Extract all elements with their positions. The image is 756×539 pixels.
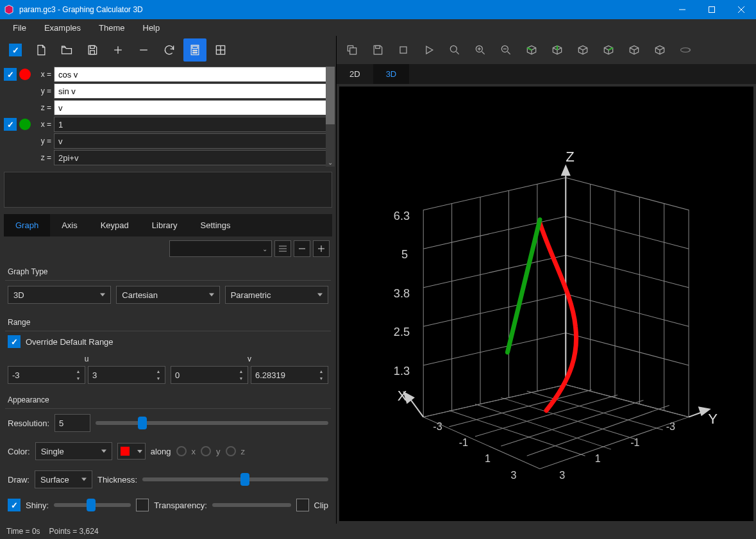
equation-color-dot[interactable] — [19, 69, 31, 80]
equation-color-dot[interactable] — [19, 119, 31, 130]
refresh-button[interactable] — [158, 38, 181, 62]
along-x-radio[interactable] — [176, 446, 187, 456]
panel-header: Graph Type — [5, 263, 331, 281]
clip-checkbox[interactable] — [296, 499, 309, 511]
v-max-input[interactable]: 6.28319▲▼ — [251, 366, 328, 384]
svg-line-73 — [501, 397, 637, 440]
equation-input-y[interactable] — [54, 83, 332, 99]
tab-2d[interactable]: 2D — [337, 64, 373, 84]
minimize-button[interactable] — [668, 0, 697, 19]
svg-line-36 — [508, 52, 510, 54]
color-picker[interactable] — [117, 443, 146, 460]
zoom-in-icon[interactable] — [469, 38, 492, 62]
grid-button[interactable] — [209, 38, 232, 62]
shiny-checkbox[interactable] — [8, 499, 21, 511]
menu-theme[interactable]: Theme — [90, 21, 133, 35]
toggle-all-checkbox[interactable] — [4, 38, 27, 62]
svg-text:-1: -1 — [459, 436, 468, 448]
expression-output — [4, 172, 332, 208]
u-min-input[interactable]: -3▲▼ — [8, 366, 85, 384]
along-y-radio[interactable] — [201, 446, 211, 456]
var-label: x = — [33, 70, 51, 79]
view-cube-2-icon[interactable] — [546, 38, 569, 62]
svg-rect-5 — [90, 51, 95, 54]
tab-3d[interactable]: 3D — [373, 64, 410, 84]
calculator-button[interactable] — [183, 38, 206, 62]
shiny-slider[interactable] — [54, 503, 131, 507]
tab-graph[interactable]: Graph — [4, 214, 50, 236]
transparency-slider[interactable] — [212, 503, 291, 507]
menubar: File Examples Theme Help — [0, 19, 756, 36]
tab-library[interactable]: Library — [140, 214, 189, 236]
equation-scrollbar[interactable]: ⌄ — [326, 67, 335, 167]
maximize-button[interactable] — [697, 0, 727, 19]
svg-point-12 — [194, 50, 196, 51]
close-button[interactable] — [727, 0, 756, 19]
equation-input-x[interactable] — [54, 67, 332, 82]
zoom-out-icon[interactable] — [494, 38, 517, 62]
menu-help[interactable]: Help — [134, 21, 169, 35]
svg-text:1.3: 1.3 — [394, 365, 410, 377]
remove-button[interactable] — [132, 38, 155, 62]
stop-icon[interactable] — [392, 38, 415, 62]
menu-examples[interactable]: Examples — [35, 21, 90, 35]
new-file-button[interactable] — [29, 38, 53, 62]
transparency-checkbox[interactable] — [136, 499, 149, 511]
left-toolbar — [0, 36, 336, 64]
override-range-label: Override Default Range — [26, 337, 113, 347]
svg-line-64 — [566, 255, 689, 287]
svg-point-11 — [193, 50, 194, 51]
along-z-radio[interactable] — [226, 446, 236, 456]
color-mode-select[interactable]: Single — [35, 442, 112, 460]
zoom-icon[interactable] — [443, 38, 466, 62]
copy-icon[interactable] — [340, 38, 364, 62]
minus-icon[interactable] — [294, 240, 310, 257]
equation-input-z[interactable] — [54, 100, 332, 115]
3d-viewport[interactable]: Z X Y 6.3 5 3.8 2.5 1.3 -3 -1 1 3 3 1 -1… — [339, 87, 753, 521]
graph-preset-select[interactable]: ⌄ — [169, 240, 272, 257]
view-cube-6-icon[interactable] — [648, 38, 671, 62]
draw-mode-select[interactable]: Surface — [35, 470, 92, 488]
resolution-slider[interactable] — [96, 421, 328, 425]
save-image-icon[interactable] — [366, 38, 389, 62]
view-cube-3-icon[interactable] — [571, 38, 594, 62]
equation-list: x = y = z = x = y = — [0, 64, 336, 169]
v-label: v — [171, 354, 328, 363]
resolution-input[interactable]: 5 — [55, 414, 90, 432]
rotate-icon[interactable] — [674, 38, 697, 62]
override-range-checkbox[interactable] — [8, 335, 21, 348]
equation-input-x[interactable] — [54, 117, 332, 132]
svg-point-16 — [196, 52, 197, 53]
tab-axis[interactable]: Axis — [50, 214, 89, 236]
coordinate-select[interactable]: Cartesian — [116, 286, 219, 304]
view-tabs: 2D 3D — [337, 64, 756, 84]
equation-visible-checkbox[interactable] — [4, 68, 17, 81]
open-file-button[interactable] — [55, 38, 78, 62]
menu-file[interactable]: File — [4, 21, 35, 35]
view-cube-4-icon[interactable] — [597, 38, 620, 62]
transparency-label: Transparency: — [154, 501, 207, 510]
equation-input-z[interactable] — [54, 150, 332, 165]
tab-keypad[interactable]: Keypad — [89, 214, 140, 236]
equation-input-y[interactable] — [54, 133, 332, 149]
dimension-select[interactable]: 3D — [8, 286, 111, 304]
plus-icon[interactable] — [313, 240, 330, 257]
equation-visible-checkbox[interactable] — [4, 118, 17, 131]
view-cube-1-icon[interactable] — [520, 38, 543, 62]
function-type-select[interactable]: Parametric — [225, 286, 328, 304]
svg-point-29 — [450, 46, 457, 52]
add-button[interactable] — [106, 38, 130, 62]
list-icon[interactable] — [274, 240, 291, 257]
svg-text:2.5: 2.5 — [394, 326, 410, 338]
view-cube-5-icon[interactable] — [623, 38, 646, 62]
play-icon[interactable] — [417, 38, 441, 62]
var-label: z = — [33, 153, 51, 162]
save-button[interactable] — [81, 38, 104, 62]
v-min-input[interactable]: 0▲▼ — [171, 366, 248, 384]
draw-label: Draw: — [8, 475, 29, 485]
thickness-slider[interactable] — [142, 477, 328, 481]
u-max-input[interactable]: 3▲▼ — [88, 366, 165, 384]
chevron-down-icon[interactable]: ⌄ — [326, 158, 335, 167]
svg-line-65 — [566, 294, 689, 326]
tab-settings[interactable]: Settings — [189, 214, 242, 236]
